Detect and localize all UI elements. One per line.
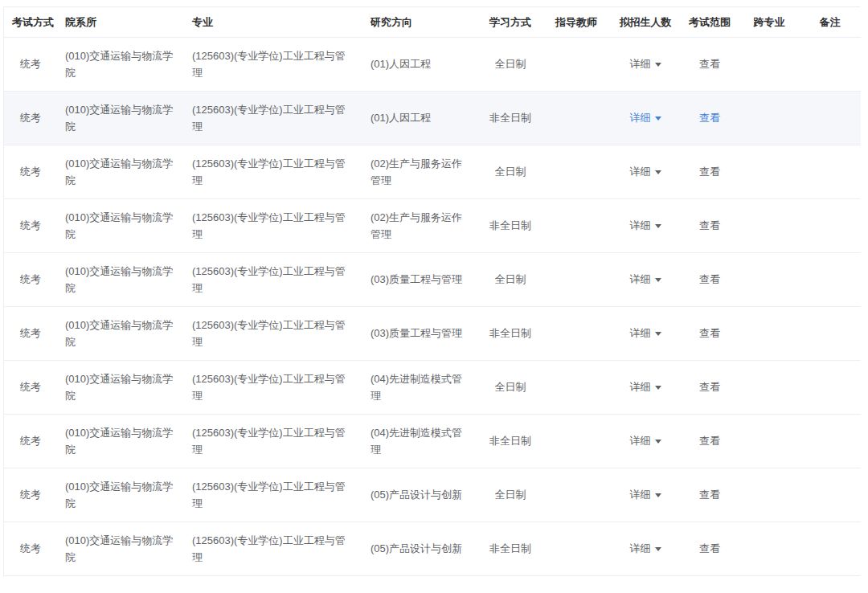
cell-research_direction: (02)生产与服务运作管理 [362, 198, 479, 252]
view-link[interactable]: 查看 [699, 163, 720, 180]
cell-remarks [799, 91, 861, 145]
cell-department: (010)交通运输与物流学院 [57, 198, 184, 252]
cell-exam_scope: 查看 [680, 91, 739, 145]
column-header-major: 专业 [184, 7, 362, 37]
detail-dropdown-trigger[interactable]: 详细 [630, 486, 661, 503]
caret-down-icon [655, 117, 661, 121]
view-link[interactable]: 查看 [699, 109, 720, 126]
detail-dropdown-trigger[interactable]: 详细 [630, 325, 661, 341]
cell-study_mode: 全日制 [479, 252, 542, 306]
table-row[interactable]: 统考(010)交通运输与物流学院(125603)(专业学位)工业工程与管理(02… [4, 198, 861, 252]
cell-exam_scope: 查看 [680, 145, 739, 198]
cell-enrollment: 详细 [611, 360, 680, 414]
detail-label: 详细 [630, 273, 651, 285]
table-row[interactable]: 统考(010)交通运输与物流学院(125603)(专业学位)工业工程与管理(03… [4, 306, 861, 360]
cell-major: (125603)(专业学位)工业工程与管理 [184, 37, 362, 91]
cell-cross_major [739, 37, 799, 91]
cell-enrollment: 详细 [611, 414, 680, 468]
cell-enrollment: 详细 [611, 306, 680, 360]
cell-remarks [799, 37, 861, 91]
cell-research_direction: (04)先进制造模式管理 [362, 414, 479, 468]
detail-dropdown-trigger[interactable]: 详细 [630, 378, 661, 395]
cell-remarks [799, 521, 861, 575]
cell-advisor [542, 91, 611, 145]
detail-dropdown-trigger[interactable]: 详细 [630, 540, 661, 557]
cell-enrollment: 详细 [611, 198, 680, 252]
cell-remarks [799, 306, 861, 360]
column-header-exam_scope: 考试范围 [680, 7, 739, 37]
table-header-row: 考试方式院系所专业研究方向学习方式指导教师拟招生人数考试范围跨专业备注 [4, 7, 861, 37]
view-link[interactable]: 查看 [699, 217, 720, 234]
cell-enrollment: 详细 [611, 252, 680, 306]
cell-advisor [542, 468, 611, 521]
cell-advisor [542, 414, 611, 468]
admissions-table-grid: 考试方式院系所专业研究方向学习方式指导教师拟招生人数考试范围跨专业备注 统考(0… [4, 7, 861, 575]
cell-advisor [542, 306, 611, 360]
table-row[interactable]: 统考(010)交通运输与物流学院(125603)(专业学位)工业工程与管理(04… [4, 414, 861, 468]
cell-exam_method: 统考 [4, 360, 57, 414]
view-link[interactable]: 查看 [699, 378, 720, 395]
cell-exam_method: 统考 [4, 198, 57, 252]
cell-enrollment: 详细 [611, 145, 680, 198]
detail-dropdown-trigger[interactable]: 详细 [630, 109, 661, 126]
view-link[interactable]: 查看 [699, 432, 720, 449]
table-row[interactable]: 统考(010)交通运输与物流学院(125603)(专业学位)工业工程与管理(02… [4, 145, 861, 198]
detail-dropdown-trigger[interactable]: 详细 [630, 271, 661, 288]
view-link[interactable]: 查看 [699, 271, 720, 288]
table-row[interactable]: 统考(010)交通运输与物流学院(125603)(专业学位)工业工程与管理(05… [4, 468, 861, 521]
cell-major: (125603)(专业学位)工业工程与管理 [184, 414, 362, 468]
view-link[interactable]: 查看 [699, 325, 720, 341]
admissions-table: 考试方式院系所专业研究方向学习方式指导教师拟招生人数考试范围跨专业备注 统考(0… [3, 6, 860, 576]
cell-department: (010)交通运输与物流学院 [57, 521, 184, 575]
table-row[interactable]: 统考(010)交通运输与物流学院(125603)(专业学位)工业工程与管理(01… [4, 91, 861, 145]
cell-exam_method: 统考 [4, 468, 57, 521]
cell-major: (125603)(专业学位)工业工程与管理 [184, 468, 362, 521]
view-link[interactable]: 查看 [699, 540, 720, 557]
cell-exam_scope: 查看 [680, 521, 739, 575]
cell-enrollment: 详细 [611, 37, 680, 91]
cell-study_mode: 非全日制 [479, 91, 542, 145]
cell-major: (125603)(专业学位)工业工程与管理 [184, 521, 362, 575]
cell-department: (010)交通运输与物流学院 [57, 360, 184, 414]
detail-dropdown-trigger[interactable]: 详细 [630, 55, 661, 72]
cell-research_direction: (01)人因工程 [362, 37, 479, 91]
detail-label: 详细 [630, 58, 651, 70]
caret-down-icon [655, 278, 661, 282]
detail-label: 详细 [630, 381, 651, 393]
view-link[interactable]: 查看 [699, 55, 720, 72]
column-header-research_direction: 研究方向 [362, 7, 479, 37]
cell-department: (010)交通运输与物流学院 [57, 414, 184, 468]
detail-label: 详细 [630, 489, 651, 501]
detail-dropdown-trigger[interactable]: 详细 [630, 163, 661, 180]
column-header-advisor: 指导教师 [542, 7, 611, 37]
column-header-department: 院系所 [57, 7, 184, 37]
table-row[interactable]: 统考(010)交通运输与物流学院(125603)(专业学位)工业工程与管理(01… [4, 37, 861, 91]
cell-exam_scope: 查看 [680, 306, 739, 360]
cell-study_mode: 全日制 [479, 145, 542, 198]
table-row[interactable]: 统考(010)交通运输与物流学院(125603)(专业学位)工业工程与管理(03… [4, 252, 861, 306]
table-row[interactable]: 统考(010)交通运输与物流学院(125603)(专业学位)工业工程与管理(05… [4, 521, 861, 575]
cell-exam_scope: 查看 [680, 252, 739, 306]
cell-exam_method: 统考 [4, 91, 57, 145]
cell-study_mode: 非全日制 [479, 306, 542, 360]
cell-remarks [799, 468, 861, 521]
cell-remarks [799, 414, 861, 468]
column-header-enrollment: 拟招生人数 [611, 7, 680, 37]
cell-cross_major [739, 198, 799, 252]
caret-down-icon [655, 63, 661, 67]
table-row[interactable]: 统考(010)交通运输与物流学院(125603)(专业学位)工业工程与管理(04… [4, 360, 861, 414]
cell-department: (010)交通运输与物流学院 [57, 91, 184, 145]
column-header-cross_major: 跨专业 [739, 7, 799, 37]
detail-label: 详细 [630, 327, 651, 339]
cell-cross_major [739, 252, 799, 306]
cell-remarks [799, 360, 861, 414]
cell-department: (010)交通运输与物流学院 [57, 468, 184, 521]
cell-exam_scope: 查看 [680, 198, 739, 252]
view-link[interactable]: 查看 [699, 486, 720, 503]
cell-study_mode: 全日制 [479, 360, 542, 414]
cell-enrollment: 详细 [611, 521, 680, 575]
caret-down-icon [655, 386, 661, 390]
cell-exam_method: 统考 [4, 414, 57, 468]
detail-dropdown-trigger[interactable]: 详细 [630, 432, 661, 449]
detail-dropdown-trigger[interactable]: 详细 [630, 217, 661, 234]
